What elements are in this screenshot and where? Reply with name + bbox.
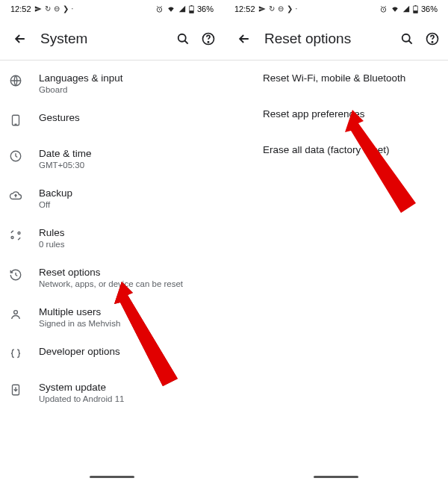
item-reset-app-preferences[interactable]: Reset app preferences (224, 99, 448, 135)
help-button[interactable] (420, 26, 445, 52)
item-sublabel: Off (39, 200, 215, 209)
item-backup[interactable]: Backup Off (0, 179, 224, 218)
item-label: Gestures (39, 112, 215, 123)
status-dot-icon: · (72, 5, 74, 13)
item-reset-wifi[interactable]: Reset Wi-Fi, mobile & Bluetooth (224, 63, 448, 99)
status-bar: 12:52 ↻ ⊖ ❯ · 36% (0, 0, 224, 18)
svg-rect-16 (414, 5, 416, 6)
nav-handle[interactable] (90, 476, 134, 478)
item-date-time[interactable]: Date & time GMT+05:30 (0, 139, 224, 179)
page-title: System (33, 31, 170, 47)
item-multiple-users[interactable]: Multiple users Signed in as Mehvish (0, 297, 224, 337)
item-label: Erase all data (factory reset) (263, 144, 439, 155)
svg-point-20 (432, 42, 432, 43)
item-label: Languages & input (39, 72, 215, 84)
status-bar: 12:52 ↻ ⊖ ❯ · 36% (224, 0, 448, 18)
item-gestures[interactable]: Gestures (0, 103, 224, 139)
item-label: Developer options (39, 346, 215, 357)
back-button[interactable] (231, 26, 257, 52)
wifi-icon (167, 5, 175, 13)
item-developer-options[interactable]: Developer options (0, 337, 224, 373)
help-button[interactable] (196, 26, 221, 52)
cloud-icon (9, 187, 39, 202)
svg-rect-2 (190, 5, 192, 6)
status-time: 12:52 (10, 4, 31, 13)
status-dot-icon: · (296, 5, 298, 13)
svg-point-10 (11, 237, 13, 239)
signal-icon (178, 5, 186, 13)
screen-system: 12:52 ↻ ⊖ ❯ · 36% (0, 0, 224, 484)
item-erase-all-data[interactable]: Erase all data (factory reset) (224, 135, 448, 171)
item-label: Reset options (39, 267, 215, 278)
status-dnd-icon: ⊖ (278, 5, 284, 13)
status-chevron-icon: ❯ (63, 5, 69, 13)
item-label: Rules (39, 227, 215, 238)
alarm-icon (155, 5, 164, 13)
item-reset-options[interactable]: Reset options Network, apps, or device c… (0, 258, 224, 297)
svg-point-6 (208, 42, 208, 43)
item-system-update[interactable]: System update Updated to Android 11 (0, 373, 224, 412)
item-label: Reset Wi-Fi, mobile & Bluetooth (263, 72, 439, 84)
svg-rect-17 (414, 10, 418, 13)
back-button[interactable] (7, 26, 33, 52)
search-button[interactable] (394, 26, 420, 52)
wifi-icon (391, 5, 399, 13)
battery-percentage: 36% (421, 4, 438, 13)
nav-handle[interactable] (314, 476, 358, 478)
battery-icon (189, 5, 194, 13)
header-reset: Reset options (224, 18, 448, 60)
item-label: Multiple users (39, 306, 215, 317)
search-button[interactable] (170, 26, 196, 52)
alarm-icon (379, 5, 388, 13)
header-system: System (0, 18, 224, 60)
status-send-icon (34, 5, 42, 13)
item-sublabel: Signed in as Mehvish (39, 319, 215, 328)
screen-reset-options: 12:52 ↻ ⊖ ❯ · 36% (224, 0, 448, 484)
status-sync-icon: ↻ (269, 5, 275, 13)
status-send-icon (258, 5, 266, 13)
svg-rect-3 (190, 10, 194, 13)
history-icon (9, 267, 39, 282)
svg-point-4 (178, 34, 186, 42)
item-sublabel: Gboard (39, 85, 215, 94)
rules-icon (9, 227, 39, 242)
status-dnd-icon: ⊖ (54, 5, 60, 13)
status-sync-icon: ↻ (45, 5, 51, 13)
item-sublabel: Updated to Android 11 (39, 394, 215, 403)
gesture-icon (9, 112, 39, 127)
item-rules[interactable]: Rules 0 rules (0, 218, 224, 258)
battery-icon (413, 5, 418, 13)
item-sublabel: GMT+05:30 (39, 161, 215, 170)
item-label: Reset app preferences (263, 108, 439, 120)
update-icon (9, 382, 39, 397)
item-label: System update (39, 382, 215, 393)
item-sublabel: Network, apps, or device can be reset (39, 279, 215, 288)
globe-icon (9, 72, 39, 87)
users-icon (9, 306, 39, 321)
braces-icon (9, 346, 39, 361)
reset-list: Reset Wi-Fi, mobile & Bluetooth Reset ap… (224, 60, 448, 171)
status-time: 12:52 (234, 4, 255, 13)
item-languages-input[interactable]: Languages & input Gboard (0, 63, 224, 103)
signal-icon (402, 5, 410, 13)
item-label: Backup (39, 187, 215, 199)
svg-point-18 (402, 34, 410, 42)
page-title: Reset options (257, 31, 394, 47)
item-label: Date & time (39, 148, 215, 159)
clock-icon (9, 148, 39, 163)
system-list: Languages & input Gboard Gestures Date &… (0, 60, 224, 412)
svg-point-11 (18, 232, 20, 235)
battery-percentage: 36% (197, 4, 214, 13)
svg-point-12 (14, 311, 18, 314)
status-chevron-icon: ❯ (287, 5, 293, 13)
item-sublabel: 0 rules (39, 240, 215, 249)
